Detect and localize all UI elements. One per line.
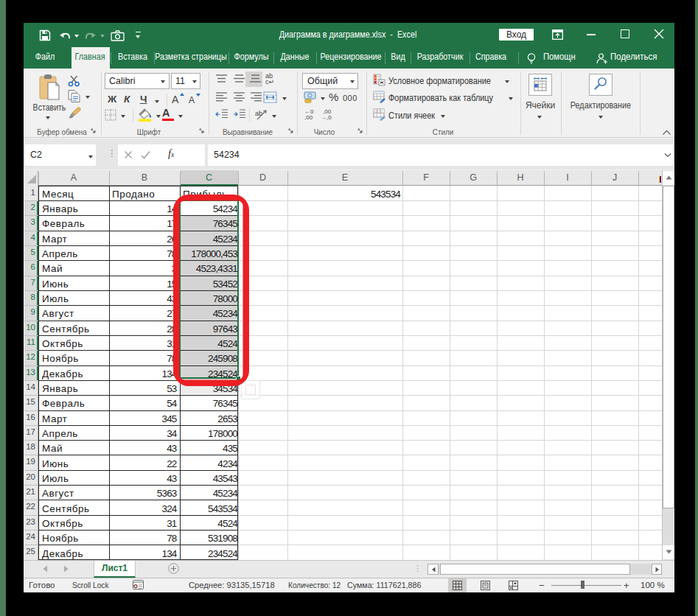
svg-text:,00: ,00 bbox=[304, 114, 313, 120]
svg-text:ab: ab bbox=[255, 110, 262, 117]
svg-text:→,0: →,0 bbox=[321, 114, 332, 120]
